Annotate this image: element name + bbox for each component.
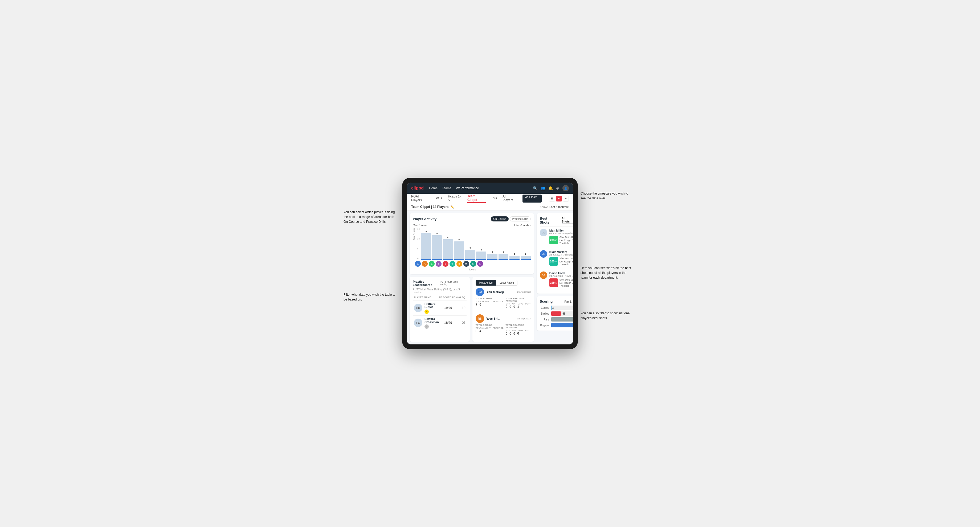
bar-item-1[interactable]: 12 [432, 232, 442, 260]
practice-leaderboard-card: Practice Leaderboards PUTT Must Make Put… [410, 277, 470, 342]
subnav-pga[interactable]: PGA [436, 197, 442, 201]
bar-item-7[interactable]: 3 [498, 251, 509, 260]
name-mcharg: Blair McHarg [486, 290, 504, 294]
player-avatar-crossman: EC [414, 319, 422, 327]
bar-item-6[interactable]: 3 [487, 251, 498, 260]
avatar-mcharg: BM [476, 288, 484, 296]
practice-drills-tab[interactable]: Practice Drills [510, 216, 531, 221]
player-avatar-chart-9[interactable]: L. [477, 261, 483, 267]
player-avatar-chart-1[interactable]: R. [422, 261, 428, 267]
shot-badge-2: 200 SG [549, 257, 558, 266]
player-avatar-chart-3[interactable]: J. [436, 261, 442, 267]
nav-teams[interactable]: Teams [442, 186, 451, 190]
bar-item-2[interactable]: 10 [443, 237, 453, 260]
sub-navigation: PGAT Players PGA Hcaps 1-5 Team Clippd T… [407, 194, 573, 203]
people-icon[interactable]: 👥 [541, 186, 545, 190]
val-app-2: 0 [509, 332, 511, 335]
player-avatar-chart-2[interactable]: D. [429, 261, 434, 267]
on-course-tab[interactable]: On Course [491, 216, 508, 221]
tab-all-shots[interactable]: All Shots [562, 217, 573, 224]
player-name-crossman: Edward Crossman [425, 317, 439, 324]
edit-icon[interactable]: ✏️ [450, 205, 454, 209]
scoring-label-bogeys: Bogeys [540, 324, 549, 327]
player-avatar-row: B.R.D.J.E.O.R.M.E.L. [413, 260, 531, 268]
subnav-team-clippd[interactable]: Team Clippd [467, 194, 486, 203]
scoring-row-eagles: Eagles 3 [540, 306, 573, 310]
subnav-tour[interactable]: Tour [491, 197, 497, 201]
col-pb-avg: PB AVG SQ [452, 296, 466, 298]
scoring-title: Scoring [540, 300, 552, 303]
view-heart-icon[interactable]: ♥ [556, 195, 562, 202]
most-active-card: Most Active Least Active BM Blair McHarg [473, 277, 534, 342]
rank-badge-1: 1 [425, 310, 429, 314]
val-gtt-1: 0 [506, 305, 508, 309]
shot-player-name-3: David Ford [549, 271, 573, 275]
bar-item-8[interactable]: 2 [509, 253, 520, 260]
most-active-btn[interactable]: Most Active [476, 280, 496, 286]
bell-icon[interactable]: 🔔 [548, 186, 553, 190]
show-dropdown-arrow[interactable]: ▾ [568, 206, 569, 208]
avatar[interactable]: 👤 [562, 185, 569, 191]
stat-practice-act-label: Total Practice Activities [506, 297, 531, 302]
bar-item-5[interactable]: 4 [476, 249, 486, 260]
main-content: Player Activity On Course Practice Drill… [407, 211, 573, 344]
scoring-filter-1[interactable]: Par 3, 4 & 5s ▾ [564, 300, 573, 303]
player-avatar-butler: RB [414, 304, 422, 312]
player-name-butler: Richard Butler [425, 302, 439, 308]
left-column: Player Activity On Course Practice Drill… [410, 213, 536, 342]
best-shots-card: Best Shots All Shots Players All Players… [536, 213, 573, 294]
chart-dropdown[interactable]: Total Rounds ▾ [514, 224, 530, 227]
player-avatar-chart-6[interactable]: R. [457, 261, 462, 267]
nav-home[interactable]: Home [429, 186, 438, 190]
leaderboard-row-1[interactable]: RB Richard Butler 1 19/20 110 [413, 300, 466, 316]
bar-item-4[interactable]: 5 [465, 247, 476, 260]
least-active-btn[interactable]: Least Active [496, 280, 517, 286]
leaderboard-row-2[interactable]: EC Edward Crossman 2 18/20 107 [413, 316, 466, 330]
shot-avatar-mcharg: BM [540, 250, 547, 258]
annotation-left-top: You can select which player is doing the… [344, 210, 397, 224]
stat-total-rounds-label: Total Rounds [476, 297, 504, 300]
player-avatar-chart-8[interactable]: E. [470, 261, 476, 267]
avg-crossman: 107 [452, 321, 466, 325]
avg-butler: 110 [452, 306, 466, 310]
search-icon[interactable]: 🔍 [533, 186, 538, 190]
shot-card-2[interactable]: BM Blair McHarg 23 Jul 2023 · Ashridge G… [540, 248, 573, 269]
shot-card-3[interactable]: DF David Ford 24 Aug 2023 · Royal North … [540, 269, 573, 290]
scoring-label-eagles: Eagles [540, 306, 549, 309]
view-list-icon[interactable]: ≡ [563, 195, 569, 202]
subnav-all-players[interactable]: All Players [503, 195, 517, 203]
shot-meta-3: 24 Aug 2023 · Royal North Devon GC, Hole… [549, 275, 573, 277]
player-avatar-chart-5[interactable]: O. [450, 261, 455, 267]
date-britt: 02 Sep 2023 [517, 317, 531, 320]
add-circle-icon[interactable]: ⊕ [556, 186, 559, 190]
val-arg-1: 0 [514, 305, 515, 309]
nav-my-performance[interactable]: My Performance [455, 186, 479, 190]
shot-card-1[interactable]: MM Matt Miller 09 Jun 2023 · Royal North… [540, 227, 573, 248]
subnav-hcaps[interactable]: Hcaps 1-5 [448, 195, 462, 203]
show-select[interactable]: Last 3 months [549, 205, 568, 208]
active-player-2: RB Rees Britt 02 Sep 2023 Total Rounds [476, 314, 531, 335]
scoring-val-birdies: 96 [562, 312, 565, 315]
scoring-val-eagles: 3 [552, 306, 554, 309]
player-avatar-chart-4[interactable]: E. [442, 261, 449, 267]
player-avatar-chart-7[interactable]: M. [463, 261, 469, 267]
bar-item-3[interactable]: 9 [454, 238, 464, 260]
player-avatar-chart-0[interactable]: B. [415, 261, 421, 267]
col-pb-score: PB SCORE [439, 296, 452, 298]
subnav-pgat[interactable]: PGAT Players [411, 195, 431, 203]
shot-player-name-1: Matt Miller [549, 229, 573, 232]
date-mcharg: 26 Aug 2023 [517, 290, 531, 293]
chart-section-title: On Course [413, 224, 427, 227]
leaderboard-drill-select[interactable]: PUTT Must Make Putting ... ▾ [440, 281, 466, 286]
add-team-button[interactable]: Add Team + [522, 195, 542, 203]
bar-item-9[interactable]: 2 [520, 253, 531, 260]
scoring-row-bogeys: Bogeys 315 [540, 323, 573, 327]
shot-desc-3: Shot Dist: 16 yds Start Lie: Rough End L… [560, 278, 573, 288]
shot-desc-1: Shot Dist: 67 yds Start Lie: Rough End L… [560, 236, 573, 245]
annotation-right-bottom: You can also filter to show just one pla… [581, 311, 634, 321]
score-butler: 19/20 [439, 306, 452, 310]
bar-item-0[interactable]: 13 [421, 230, 431, 260]
view-grid-icon[interactable]: ⊞ [549, 195, 555, 202]
scoring-label-pars: Pars [540, 318, 549, 321]
top-navigation: clippd Home Teams My Performance 🔍 👥 🔔 ⊕… [407, 183, 573, 194]
